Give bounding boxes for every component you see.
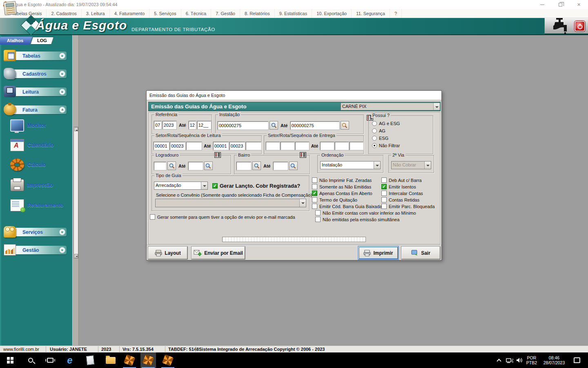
logradouro-from-search-button[interactable]	[167, 162, 176, 170]
sidebar-section-servicos[interactable]: Serviços »	[11, 228, 67, 236]
caret-down-icon[interactable]	[19, 11, 22, 14]
sair-button[interactable]: Sair	[401, 247, 440, 259]
combo-arrow-icon[interactable]	[433, 103, 440, 110]
setor-entrega-from-3[interactable]	[295, 142, 309, 150]
checkbox-box[interactable]	[381, 197, 387, 202]
checkbox-contas-retidas[interactable]: Contas Retidas	[381, 197, 435, 202]
action-center-button[interactable]	[571, 352, 583, 368]
setor-entrega-from-1[interactable]	[266, 142, 280, 150]
sidebar-section-tabelas[interactable]: Tabelas »	[11, 52, 67, 60]
checkbox-box[interactable]	[312, 197, 317, 202]
checkbox-box[interactable]	[315, 217, 321, 222]
checkbox-box[interactable]	[150, 214, 155, 220]
setor-entrega-to-3[interactable]	[350, 142, 363, 150]
checkbox-box[interactable]	[381, 204, 387, 209]
restore-button[interactable]	[551, 0, 570, 9]
menu-exportacao[interactable]: 10. Exportação	[312, 9, 352, 18]
checkbox-box[interactable]	[312, 204, 317, 209]
checkbox-nao-emitidas-simultanea[interactable]: Não emitidas pela emissão simultânea	[312, 217, 416, 222]
radio-nao-filtrar[interactable]: Não Filtrar	[372, 143, 433, 148]
bairro-from-search-button[interactable]	[252, 162, 261, 170]
chevron-down-icon[interactable]: »	[59, 247, 65, 253]
calculator-icon[interactable]	[3, 1, 17, 16]
sidebar-section-cadastros[interactable]: Cadastros »	[11, 70, 67, 78]
chevron-down-icon[interactable]: »	[59, 229, 65, 235]
referencia-to-month-field[interactable]: 12	[189, 121, 196, 129]
logradouro-from-field[interactable]	[154, 162, 166, 170]
instalacao-from-field[interactable]: 000000275	[218, 121, 268, 130]
menu-relatorios[interactable]: 8. Relatórios	[240, 9, 275, 18]
tray-language-indicator[interactable]: POR PTB2	[524, 352, 539, 368]
radio-ag[interactable]: AG	[372, 128, 433, 133]
combo-arrow-icon[interactable]	[374, 162, 380, 169]
referencia-from-year-field[interactable]: 2023	[163, 121, 176, 129]
imprimir-button[interactable]: Imprimir	[359, 247, 398, 259]
taskbar-search-button[interactable]	[23, 352, 38, 368]
bairro-to-field[interactable]	[273, 162, 288, 170]
referencia-from-month-field[interactable]: 07	[154, 121, 161, 129]
sidebar-section-gestao[interactable]: Gestão »	[11, 246, 67, 254]
checkbox-intercalar-contas[interactable]: Intercalar Contas	[381, 191, 435, 196]
chevron-down-icon[interactable]: »	[59, 71, 65, 77]
checkbox-email[interactable]: Gerar somente para quem tiver a opção de…	[150, 214, 295, 220]
setor-leitura-from-3[interactable]	[186, 142, 202, 150]
logradouro-to-search-button[interactable]	[204, 162, 213, 170]
radio-ag-e-esg[interactable]: AG e ESG	[372, 121, 433, 126]
setor-leitura-from-1[interactable]: 00001	[154, 142, 169, 150]
setor-leitura-to-1[interactable]: 00001	[213, 142, 229, 150]
checkbox-box[interactable]	[312, 191, 317, 196]
taskbar-internet-explorer[interactable]: e	[62, 352, 78, 368]
radio-button[interactable]	[372, 121, 377, 126]
enviar-por-email-button[interactable]: Enviar por Email	[192, 247, 245, 259]
checkbox-box[interactable]	[381, 191, 387, 196]
start-button[interactable]	[2, 352, 18, 368]
ordenacao-combobox[interactable]: Instalação	[320, 161, 381, 169]
tab-log[interactable]: LOG	[30, 37, 54, 45]
list-selection-icon[interactable]	[300, 152, 306, 158]
menu-cadastros[interactable]: 2. Cadastros	[47, 9, 81, 18]
setor-leitura-from-2[interactable]: 00023	[170, 142, 185, 150]
checkbox-box[interactable]	[381, 177, 387, 183]
sidebar-section-leitura[interactable]: Leitura »	[11, 88, 67, 96]
menu-tecnica[interactable]: 6. Técnica	[181, 9, 212, 18]
logradouro-to-field[interactable]	[188, 162, 203, 170]
checkbox-box[interactable]	[381, 184, 387, 189]
tray-clock[interactable]: 08:46 28/07/2023	[540, 352, 568, 368]
menu-estatisticas[interactable]: 9. Estatísticas	[275, 9, 312, 18]
bairro-to-search-button[interactable]	[289, 162, 298, 170]
sidebar-item-monitor[interactable]: Monitor	[1, 119, 74, 133]
checkbox-box[interactable]	[212, 183, 218, 188]
tray-volume-button[interactable]	[514, 352, 524, 368]
taskbar-app-page[interactable]	[82, 352, 98, 368]
power-button[interactable]	[575, 21, 585, 31]
minimize-button[interactable]	[533, 0, 551, 9]
menu-leitura[interactable]: 3. Leitura	[82, 9, 110, 18]
sidebar-item-refaturamento[interactable]: Refaturamento	[1, 199, 74, 213]
scroll-up-arrow[interactable]	[74, 127, 78, 131]
combo-arrow-icon[interactable]	[201, 182, 207, 189]
menu-gestao[interactable]: 7. Gestão	[211, 9, 240, 18]
scroll-down-arrow[interactable]	[74, 254, 78, 258]
carne-combobox[interactable]: CARNÊ PIX	[341, 103, 440, 110]
tipo-guia-combobox[interactable]: Arrecadação	[154, 182, 208, 190]
menu-servicos[interactable]: 5. Serviços	[149, 9, 181, 18]
sidebar-item-impressao[interactable]: Impressão	[1, 179, 74, 193]
taskbar-fiorilli-app-1[interactable]	[122, 352, 137, 368]
checkbox-gerar-lancto[interactable]: Gerar Lançto. Cobr Registrada?	[212, 183, 300, 189]
chevron-up-icon[interactable]: »	[59, 107, 65, 113]
checkbox-emitir-isentos[interactable]: Emitir Isentos	[381, 184, 435, 189]
sidebar-item-calculo[interactable]: Cálculo	[1, 159, 74, 173]
radio-button[interactable]	[372, 128, 377, 133]
menu-faturamento[interactable]: 4. Faturamento	[110, 9, 150, 18]
checkbox-nao-emitir-valor-inferior[interactable]: Não Emitir contas com valor inferior ao …	[312, 210, 416, 215]
tab-atalhos[interactable]: Atalhos	[0, 37, 32, 45]
radio-esg[interactable]: ESG	[372, 136, 433, 141]
bairro-from-field[interactable]	[236, 162, 251, 170]
setor-leitura-to-2[interactable]: 00023	[229, 142, 245, 150]
menu-help[interactable]: ?	[390, 9, 402, 18]
radio-button[interactable]	[372, 136, 377, 141]
instalacao-from-search-button[interactable]	[270, 121, 278, 130]
setor-leitura-to-3[interactable]	[246, 142, 261, 150]
sidebar-section-fatura[interactable]: Fatura »	[11, 105, 67, 114]
chevron-down-icon[interactable]: »	[59, 53, 65, 59]
